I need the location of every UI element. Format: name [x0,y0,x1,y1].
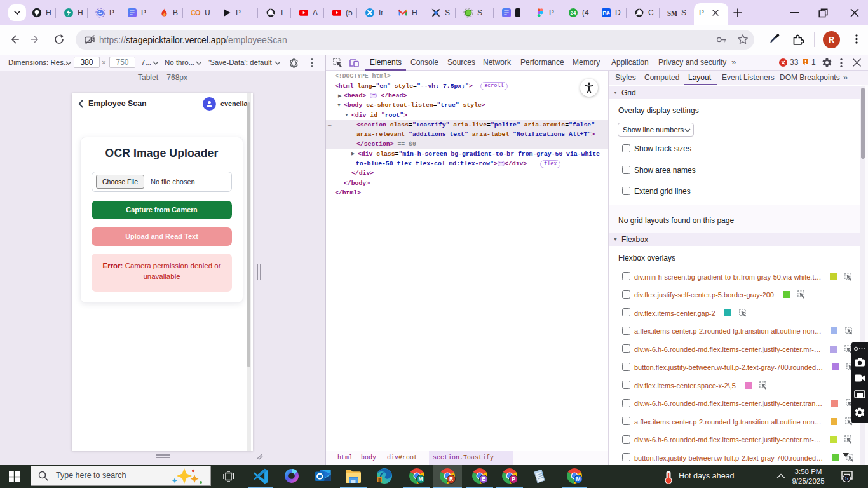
svg-text:O: O [195,9,201,17]
svg-text:24: 24 [571,10,576,16]
svg-text:Bē: Bē [602,10,610,17]
svg-text:SM: SM [667,9,677,18]
